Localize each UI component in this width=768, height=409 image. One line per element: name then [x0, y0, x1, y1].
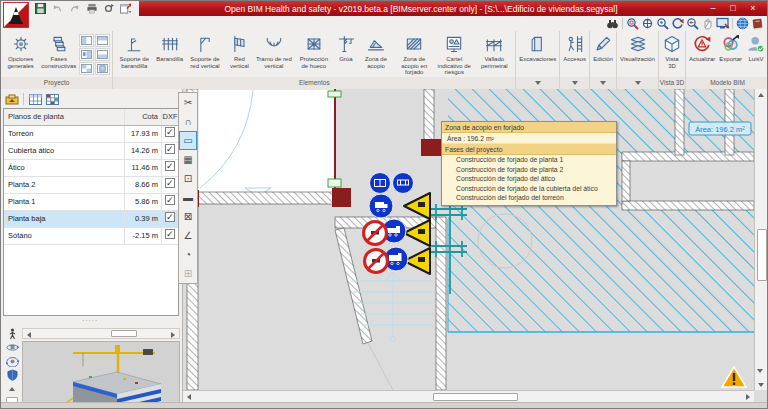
view-split-1-icon[interactable]	[79, 34, 94, 47]
grua-button[interactable]: Grúa	[334, 32, 358, 64]
plans-drawer-icon[interactable]	[3, 92, 20, 107]
refresh-gear-icon[interactable]	[101, 3, 116, 15]
3d-model-viewport[interactable]	[22, 341, 180, 409]
proteccion-hueco-button[interactable]: Protección de hueco	[294, 32, 334, 70]
tramo-red-vertical-button[interactable]: Tramo de red vertical	[254, 32, 294, 70]
red-vertical-button[interactable]: Red vertical	[225, 32, 254, 70]
table-row[interactable]: Cubierta ático 14.26 m	[4, 143, 178, 160]
cartel-riesgos-button[interactable]: Cartel indicativo de riesgos	[434, 32, 474, 77]
vallado-perimetral-button[interactable]: Vallado perimetral	[474, 32, 514, 70]
undo-icon[interactable]	[50, 3, 65, 15]
edit-tools-icon[interactable]: ✂	[179, 93, 197, 112]
panel-splitter[interactable]: ⋅⋅⋅⋅⋅	[1, 318, 179, 326]
3d-preview-scrollbar[interactable]	[22, 328, 180, 339]
column-header-name[interactable]: Planos de planta	[4, 109, 125, 125]
help-book-icon[interactable]	[750, 17, 765, 31]
scroll-right-icon[interactable]	[746, 394, 750, 400]
zoom-extents-icon[interactable]	[640, 17, 655, 31]
table-row[interactable]: Planta 1 5.86 m	[4, 194, 178, 211]
view-split-4-icon[interactable]	[95, 48, 110, 61]
fit-screen-icon[interactable]	[715, 17, 730, 31]
dxf-checkbox[interactable]	[165, 144, 175, 154]
accesos-dropdown[interactable]	[560, 77, 589, 89]
print-icon[interactable]	[84, 3, 99, 15]
horizontal-scroll-thumb[interactable]	[433, 393, 518, 401]
scroll-up-icon[interactable]	[758, 93, 764, 97]
dimension-bar-icon[interactable]: ▬	[179, 188, 197, 207]
edicion-button[interactable]: Edición	[591, 32, 615, 64]
fases-constructivas-button[interactable]: Fases constructivas	[39, 32, 78, 70]
orbit-view-icon[interactable]	[4, 341, 20, 355]
excavaciones-button[interactable]: Excavaciones	[517, 32, 558, 64]
zona-acopio-forjado-button[interactable]: Zona de acopio en forjado	[394, 32, 434, 77]
zoom-slider-up[interactable]	[4, 382, 20, 396]
visualizacion-button[interactable]: Visualización	[618, 32, 657, 64]
dxf-checkbox[interactable]	[165, 229, 175, 239]
walk-person-icon[interactable]	[4, 327, 20, 341]
view-split-3-icon[interactable]	[79, 48, 94, 61]
accesos-button[interactable]: Accesos	[561, 32, 588, 64]
horizontal-scrollbar[interactable]	[183, 390, 754, 402]
table-row[interactable]: Ático 11.46 m	[4, 160, 178, 177]
table-row[interactable]: Torreón 17.93 m	[4, 126, 178, 143]
minimize-button[interactable]: –	[703, 2, 723, 15]
warning-notification[interactable]	[721, 365, 747, 389]
view-split-6-icon[interactable]	[95, 62, 110, 75]
grid-icon[interactable]: ▦	[179, 150, 197, 169]
scroll-right-icon[interactable]	[171, 332, 175, 338]
zona-acopio-button[interactable]: Zona de acopio	[358, 32, 394, 70]
dxf-checkbox[interactable]	[165, 195, 175, 205]
railing-support-marker[interactable]	[328, 91, 341, 97]
opciones-generales-button[interactable]: Opciones generales	[2, 32, 39, 70]
redraw-icon[interactable]	[670, 17, 685, 31]
ortho-icon[interactable]: ⊡	[179, 169, 197, 188]
dxf-template-table-icon[interactable]	[27, 92, 44, 107]
edicion-dropdown[interactable]	[590, 77, 616, 89]
slope-icon[interactable]: ∠	[179, 226, 197, 245]
scroll-thumb[interactable]	[111, 330, 137, 337]
phase-clock-icon[interactable]: ◔	[179, 245, 197, 264]
redo-icon[interactable]	[67, 3, 82, 15]
dxf-checkbox[interactable]	[165, 127, 175, 137]
table-row[interactable]: Planta 2 8.66 m	[4, 177, 178, 194]
vertical-scroll-thumb[interactable]	[757, 229, 767, 281]
pan-icon[interactable]	[700, 17, 715, 31]
table-row[interactable]: Sótano -2.15 m	[4, 228, 178, 245]
zoom-window-icon[interactable]	[625, 17, 640, 31]
selection-box-icon[interactable]: ▭	[179, 131, 197, 150]
save-icon[interactable]	[33, 3, 48, 15]
orbit-object-icon[interactable]	[4, 355, 20, 369]
barandilla-button[interactable]: Barandilla	[154, 32, 185, 64]
column-header-cota[interactable]: Cota	[125, 109, 162, 125]
actualizar-button[interactable]: Actualizar	[687, 32, 717, 64]
dxf-checkbox[interactable]	[165, 212, 175, 222]
soporte-red-vertical-button[interactable]: Soporte de red vertical	[185, 32, 225, 70]
column-header-dxf[interactable]: DXF	[162, 109, 178, 125]
notification-dropdown[interactable]	[757, 373, 763, 391]
dxf-template-manage-icon[interactable]	[44, 92, 61, 107]
railing-support-marker[interactable]	[328, 179, 341, 187]
dxf-checkbox[interactable]	[165, 178, 175, 188]
close-button[interactable]: ×	[743, 2, 763, 15]
app-icon[interactable]	[3, 2, 29, 28]
table-row-selected[interactable]: Planta baja 0.39 m	[4, 211, 178, 228]
zoom-previous-icon[interactable]	[685, 17, 700, 31]
find-binoculars-icon[interactable]	[605, 17, 620, 31]
vista-3d-button[interactable]: Vista 3D	[660, 32, 684, 70]
bimserver-globe-icon[interactable]	[735, 17, 750, 31]
zoom-all-icon[interactable]	[655, 17, 670, 31]
user-luisv-button[interactable]: LuisV	[744, 32, 768, 64]
snap-magnet-icon[interactable]: ∩	[179, 112, 197, 131]
references-icon[interactable]: ⊞	[179, 264, 197, 283]
maximize-button[interactable]: □	[723, 2, 743, 15]
dimension-box-icon[interactable]: ⊠	[179, 207, 197, 226]
vertical-scrollbar[interactable]	[754, 89, 768, 390]
view-split-5-icon[interactable]	[79, 62, 94, 75]
dxf-checkbox[interactable]	[165, 161, 175, 171]
view-split-2-icon[interactable]	[95, 34, 110, 47]
shield-protections-icon[interactable]	[4, 368, 20, 382]
scroll-left-icon[interactable]	[27, 332, 31, 338]
soporte-barandilla-button[interactable]: Soporte de barandilla	[114, 32, 154, 70]
export-window-icon[interactable]	[118, 3, 133, 15]
scroll-left-icon[interactable]	[187, 394, 191, 400]
